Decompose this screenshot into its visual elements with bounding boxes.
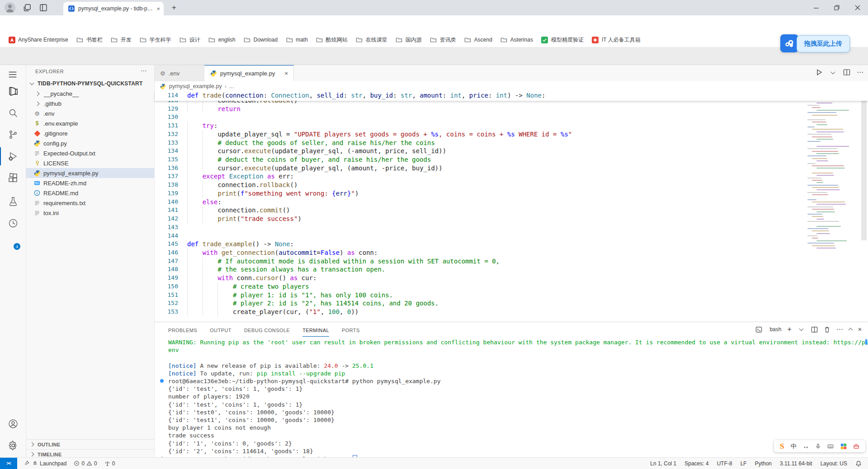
code-lines[interactable]: 128connection.rollback()129return130131t… bbox=[155, 96, 868, 316]
code-line[interactable]: 142print("trade success") bbox=[155, 215, 868, 223]
bookmark-item[interactable]: math bbox=[282, 35, 311, 45]
source-control-icon[interactable] bbox=[8, 129, 19, 140]
status-python[interactable]: Python bbox=[755, 460, 772, 467]
status-utf-8[interactable]: UTF-8 bbox=[717, 460, 732, 467]
breadcrumb[interactable]: pymysql_example.py › ... bbox=[155, 81, 868, 91]
bookmark-item[interactable]: AnyShare Enterprise bbox=[5, 35, 72, 45]
bookmark-item[interactable]: Download bbox=[240, 35, 281, 45]
file-tree-item[interactable]: requirements.txt bbox=[26, 198, 154, 208]
code-line[interactable]: 133# deduct the goods of seller, and rai… bbox=[155, 139, 868, 147]
launchpad-item[interactable]: Launchpad bbox=[24, 460, 66, 467]
extensions-view-icon[interactable] bbox=[8, 173, 19, 183]
accounts-icon[interactable] bbox=[8, 418, 19, 429]
file-tree-item[interactable]: __pycache__ bbox=[26, 89, 154, 98]
code-line[interactable]: 146with get_connection(autocommit=False)… bbox=[155, 249, 868, 257]
status-ln-1-col-1[interactable]: Ln 1, Col 1 bbox=[650, 460, 676, 467]
terminal[interactable]: WARNING: Running pip as the 'root' user … bbox=[155, 338, 868, 457]
bookmark-item[interactable]: 书签栏 bbox=[73, 35, 106, 45]
new-tab-button[interactable]: + bbox=[169, 3, 179, 13]
maximize-panel-icon[interactable] bbox=[848, 328, 853, 333]
punctuation-icon[interactable] bbox=[803, 443, 809, 449]
bookmark-item[interactable]: 国内源 bbox=[392, 35, 425, 45]
vertical-tabs-icon[interactable] bbox=[39, 3, 48, 12]
ime-mode-chinese[interactable]: 中 bbox=[791, 442, 797, 450]
close-tab-icon[interactable]: × bbox=[284, 70, 288, 77]
problems-item[interactable]: 0 0 bbox=[74, 460, 97, 467]
file-tree-item[interactable]: .gitignore bbox=[26, 128, 154, 138]
ports-item[interactable]: 0 bbox=[104, 460, 115, 467]
remote-indicator[interactable]: >< bbox=[0, 458, 17, 469]
sticky-scroll-line[interactable]: 114def trade(connection: Connection, sel… bbox=[155, 91, 868, 101]
panel-more-icon[interactable]: ⋯ bbox=[836, 325, 843, 333]
sogou-logo[interactable]: S bbox=[780, 442, 784, 451]
editor-scrollbar[interactable] bbox=[861, 91, 867, 240]
code-line[interactable]: 134cursor.execute(update_player_sql, (-a… bbox=[155, 147, 868, 155]
upload-widget[interactable]: 拖拽至此上传 bbox=[780, 34, 850, 52]
bookmark-item[interactable]: 模型精度验证 bbox=[538, 35, 587, 45]
bookmark-item[interactable]: 开发 bbox=[107, 35, 135, 45]
file-tree-item[interactable]: pymysql_example.py bbox=[26, 168, 154, 178]
restore-icon[interactable] bbox=[826, 0, 847, 15]
file-tree-item[interactable]: ⚙.env bbox=[26, 108, 154, 118]
notifications-bell-icon[interactable] bbox=[855, 460, 862, 467]
panel-tab-output[interactable]: OUTPUT bbox=[210, 324, 231, 336]
run-debug-icon[interactable] bbox=[8, 151, 19, 162]
panel-tab-debug-console[interactable]: DEBUG CONSOLE bbox=[244, 324, 290, 336]
file-tree-item[interactable]: README-zh.md bbox=[26, 178, 154, 188]
panel-tab-ports[interactable]: PORTS bbox=[342, 324, 360, 336]
ime-toolbar[interactable]: S 中 bbox=[774, 440, 865, 452]
bookmark-item[interactable]: Ascend bbox=[461, 35, 496, 45]
panel-tab-problems[interactable]: PROBLEMS bbox=[168, 324, 197, 336]
tab-close-icon[interactable]: × bbox=[156, 5, 160, 12]
profile-avatar[interactable] bbox=[5, 2, 15, 13]
code-line[interactable]: 130 bbox=[155, 113, 868, 122]
split-editor-icon[interactable] bbox=[843, 69, 850, 76]
code-line[interactable]: 140else: bbox=[155, 198, 868, 206]
code-line[interactable]: 131try: bbox=[155, 122, 868, 130]
code-line[interactable]: 153create_player(cur, ("1", 100, 0)) bbox=[155, 308, 868, 316]
split-terminal-icon[interactable] bbox=[811, 326, 818, 333]
outline-section[interactable]: OUTLINE bbox=[26, 439, 154, 449]
code-line[interactable]: 148# the session always has a transactio… bbox=[155, 265, 868, 274]
explorer-more-icon[interactable]: ⋯ bbox=[141, 67, 147, 74]
search-view-icon[interactable] bbox=[8, 108, 19, 118]
code-line[interactable]: 147# If autocommit mode is disabled with… bbox=[155, 257, 868, 266]
bookmark-item[interactable]: 酷炫网站 bbox=[312, 35, 351, 45]
bookmark-item[interactable]: IT 人必备工具箱 bbox=[588, 35, 644, 45]
code-line[interactable]: 135# deduct the coins of buyer, and rais… bbox=[155, 155, 868, 164]
code-line[interactable]: 150# create two players bbox=[155, 282, 868, 291]
file-tree-item[interactable]: $.env.example bbox=[26, 118, 154, 128]
new-terminal-icon[interactable]: + bbox=[787, 325, 791, 333]
bookmark-item[interactable]: english bbox=[205, 35, 239, 45]
microphone-icon[interactable] bbox=[815, 443, 821, 449]
skin-palette-icon[interactable] bbox=[840, 443, 847, 450]
tab-env[interactable]: ⚙ .env bbox=[155, 65, 204, 81]
upload-button[interactable]: 拖拽至此上传 bbox=[797, 35, 850, 52]
bookmark-item[interactable]: Asterinas bbox=[497, 35, 537, 45]
bookmark-item[interactable]: 资讯类 bbox=[426, 35, 460, 45]
file-tree-item[interactable]: Expected-Output.txt bbox=[26, 148, 154, 158]
menu-hamburger-icon[interactable] bbox=[8, 70, 19, 80]
editor-more-icon[interactable]: ⋯ bbox=[857, 68, 863, 76]
command-decoration[interactable] bbox=[160, 379, 164, 383]
code-line[interactable]: 132update_player_sql = "UPDATE players s… bbox=[155, 130, 868, 139]
explorer-view-icon[interactable] bbox=[8, 86, 19, 97]
code-line[interactable]: 151# player 1: id is "1", has only 100 c… bbox=[155, 291, 868, 300]
code-line[interactable]: 137except Exception as err: bbox=[155, 172, 868, 181]
run-dropdown-icon[interactable] bbox=[831, 70, 835, 74]
bookmark-item[interactable]: 在线课堂 bbox=[352, 35, 391, 45]
tab-pymysql-example[interactable]: pymysql_example.py × bbox=[204, 65, 294, 81]
code-line[interactable]: 141connection.commit() bbox=[155, 206, 868, 215]
code-line[interactable]: 136cursor.execute(update_player_sql, (am… bbox=[155, 164, 868, 173]
status-lf[interactable]: LF bbox=[741, 460, 747, 467]
file-tree-item[interactable]: LICENSE bbox=[26, 158, 154, 168]
terminal-dropdown-icon[interactable] bbox=[799, 327, 803, 331]
minimize-icon[interactable] bbox=[806, 0, 826, 15]
panel-tab-terminal[interactable]: TERMINAL bbox=[302, 324, 329, 337]
code-line[interactable]: 139print(f"something went wrong: {err}") bbox=[155, 189, 868, 198]
code-line[interactable]: 145def trade_example() -> None: bbox=[155, 240, 868, 249]
code-line[interactable]: 149with conn.cursor() as cur: bbox=[155, 274, 868, 282]
code-line[interactable]: 138connection.rollback() bbox=[155, 181, 868, 189]
file-tree-item[interactable]: config.py bbox=[26, 138, 154, 148]
file-tree-item[interactable]: .github bbox=[26, 98, 154, 108]
